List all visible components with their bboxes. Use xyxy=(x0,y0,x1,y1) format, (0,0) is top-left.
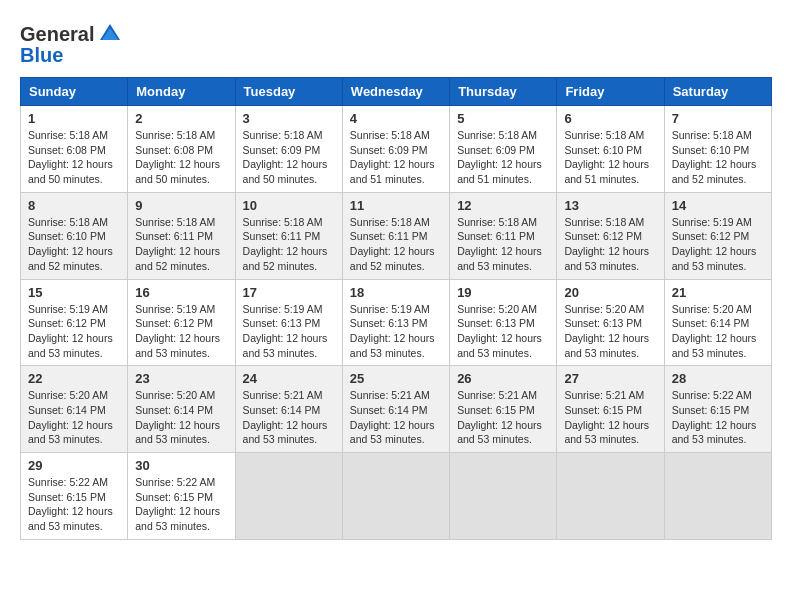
day-info: Sunrise: 5:19 AMSunset: 6:13 PMDaylight:… xyxy=(243,303,328,359)
day-number: 2 xyxy=(135,111,227,126)
table-row: 5 Sunrise: 5:18 AMSunset: 6:09 PMDayligh… xyxy=(450,106,557,193)
day-info: Sunrise: 5:18 AMSunset: 6:09 PMDaylight:… xyxy=(350,129,435,185)
calendar-week-row: 8 Sunrise: 5:18 AMSunset: 6:10 PMDayligh… xyxy=(21,192,772,279)
table-row: 3 Sunrise: 5:18 AMSunset: 6:09 PMDayligh… xyxy=(235,106,342,193)
day-info: Sunrise: 5:18 AMSunset: 6:09 PMDaylight:… xyxy=(457,129,542,185)
table-row: 18 Sunrise: 5:19 AMSunset: 6:13 PMDaylig… xyxy=(342,279,449,366)
header-monday: Monday xyxy=(128,78,235,106)
calendar-week-row: 29 Sunrise: 5:22 AMSunset: 6:15 PMDaylig… xyxy=(21,453,772,540)
day-number: 14 xyxy=(672,198,764,213)
day-number: 10 xyxy=(243,198,335,213)
day-info: Sunrise: 5:18 AMSunset: 6:09 PMDaylight:… xyxy=(243,129,328,185)
table-row: 2 Sunrise: 5:18 AMSunset: 6:08 PMDayligh… xyxy=(128,106,235,193)
day-info: Sunrise: 5:20 AMSunset: 6:14 PMDaylight:… xyxy=(672,303,757,359)
table-row xyxy=(450,453,557,540)
header-tuesday: Tuesday xyxy=(235,78,342,106)
table-row: 14 Sunrise: 5:19 AMSunset: 6:12 PMDaylig… xyxy=(664,192,771,279)
day-info: Sunrise: 5:18 AMSunset: 6:11 PMDaylight:… xyxy=(457,216,542,272)
day-info: Sunrise: 5:19 AMSunset: 6:12 PMDaylight:… xyxy=(135,303,220,359)
day-number: 18 xyxy=(350,285,442,300)
day-number: 16 xyxy=(135,285,227,300)
day-info: Sunrise: 5:21 AMSunset: 6:14 PMDaylight:… xyxy=(350,389,435,445)
day-info: Sunrise: 5:22 AMSunset: 6:15 PMDaylight:… xyxy=(135,476,220,532)
day-info: Sunrise: 5:19 AMSunset: 6:12 PMDaylight:… xyxy=(672,216,757,272)
day-number: 21 xyxy=(672,285,764,300)
day-number: 29 xyxy=(28,458,120,473)
day-info: Sunrise: 5:19 AMSunset: 6:12 PMDaylight:… xyxy=(28,303,113,359)
day-info: Sunrise: 5:21 AMSunset: 6:14 PMDaylight:… xyxy=(243,389,328,445)
table-row: 29 Sunrise: 5:22 AMSunset: 6:15 PMDaylig… xyxy=(21,453,128,540)
day-number: 12 xyxy=(457,198,549,213)
logo-blue: Blue xyxy=(20,44,63,67)
calendar-header-row: Sunday Monday Tuesday Wednesday Thursday… xyxy=(21,78,772,106)
header-saturday: Saturday xyxy=(664,78,771,106)
calendar-week-row: 22 Sunrise: 5:20 AMSunset: 6:14 PMDaylig… xyxy=(21,366,772,453)
table-row: 27 Sunrise: 5:21 AMSunset: 6:15 PMDaylig… xyxy=(557,366,664,453)
table-row: 21 Sunrise: 5:20 AMSunset: 6:14 PMDaylig… xyxy=(664,279,771,366)
table-row xyxy=(557,453,664,540)
day-info: Sunrise: 5:19 AMSunset: 6:13 PMDaylight:… xyxy=(350,303,435,359)
day-info: Sunrise: 5:18 AMSunset: 6:08 PMDaylight:… xyxy=(135,129,220,185)
day-number: 26 xyxy=(457,371,549,386)
day-info: Sunrise: 5:22 AMSunset: 6:15 PMDaylight:… xyxy=(28,476,113,532)
table-row: 19 Sunrise: 5:20 AMSunset: 6:13 PMDaylig… xyxy=(450,279,557,366)
header-wednesday: Wednesday xyxy=(342,78,449,106)
logo-icon xyxy=(96,20,124,48)
page-header: General Blue xyxy=(20,20,772,67)
day-number: 27 xyxy=(564,371,656,386)
table-row: 4 Sunrise: 5:18 AMSunset: 6:09 PMDayligh… xyxy=(342,106,449,193)
day-number: 8 xyxy=(28,198,120,213)
header-sunday: Sunday xyxy=(21,78,128,106)
day-info: Sunrise: 5:22 AMSunset: 6:15 PMDaylight:… xyxy=(672,389,757,445)
day-number: 15 xyxy=(28,285,120,300)
day-number: 7 xyxy=(672,111,764,126)
table-row: 17 Sunrise: 5:19 AMSunset: 6:13 PMDaylig… xyxy=(235,279,342,366)
day-info: Sunrise: 5:21 AMSunset: 6:15 PMDaylight:… xyxy=(564,389,649,445)
table-row xyxy=(664,453,771,540)
day-number: 11 xyxy=(350,198,442,213)
table-row: 8 Sunrise: 5:18 AMSunset: 6:10 PMDayligh… xyxy=(21,192,128,279)
day-info: Sunrise: 5:20 AMSunset: 6:14 PMDaylight:… xyxy=(28,389,113,445)
day-info: Sunrise: 5:18 AMSunset: 6:08 PMDaylight:… xyxy=(28,129,113,185)
calendar-week-row: 15 Sunrise: 5:19 AMSunset: 6:12 PMDaylig… xyxy=(21,279,772,366)
table-row: 24 Sunrise: 5:21 AMSunset: 6:14 PMDaylig… xyxy=(235,366,342,453)
day-info: Sunrise: 5:18 AMSunset: 6:12 PMDaylight:… xyxy=(564,216,649,272)
day-info: Sunrise: 5:21 AMSunset: 6:15 PMDaylight:… xyxy=(457,389,542,445)
day-number: 6 xyxy=(564,111,656,126)
calendar-week-row: 1 Sunrise: 5:18 AMSunset: 6:08 PMDayligh… xyxy=(21,106,772,193)
day-number: 20 xyxy=(564,285,656,300)
day-number: 4 xyxy=(350,111,442,126)
table-row: 20 Sunrise: 5:20 AMSunset: 6:13 PMDaylig… xyxy=(557,279,664,366)
day-info: Sunrise: 5:18 AMSunset: 6:10 PMDaylight:… xyxy=(28,216,113,272)
day-number: 19 xyxy=(457,285,549,300)
day-number: 17 xyxy=(243,285,335,300)
day-info: Sunrise: 5:20 AMSunset: 6:13 PMDaylight:… xyxy=(457,303,542,359)
day-number: 30 xyxy=(135,458,227,473)
table-row: 26 Sunrise: 5:21 AMSunset: 6:15 PMDaylig… xyxy=(450,366,557,453)
table-row: 15 Sunrise: 5:19 AMSunset: 6:12 PMDaylig… xyxy=(21,279,128,366)
table-row: 28 Sunrise: 5:22 AMSunset: 6:15 PMDaylig… xyxy=(664,366,771,453)
day-number: 13 xyxy=(564,198,656,213)
day-info: Sunrise: 5:18 AMSunset: 6:11 PMDaylight:… xyxy=(350,216,435,272)
table-row: 10 Sunrise: 5:18 AMSunset: 6:11 PMDaylig… xyxy=(235,192,342,279)
table-row: 12 Sunrise: 5:18 AMSunset: 6:11 PMDaylig… xyxy=(450,192,557,279)
table-row: 6 Sunrise: 5:18 AMSunset: 6:10 PMDayligh… xyxy=(557,106,664,193)
day-info: Sunrise: 5:18 AMSunset: 6:11 PMDaylight:… xyxy=(243,216,328,272)
table-row xyxy=(342,453,449,540)
day-number: 3 xyxy=(243,111,335,126)
table-row: 23 Sunrise: 5:20 AMSunset: 6:14 PMDaylig… xyxy=(128,366,235,453)
day-number: 5 xyxy=(457,111,549,126)
logo: General Blue xyxy=(20,20,124,67)
table-row: 9 Sunrise: 5:18 AMSunset: 6:11 PMDayligh… xyxy=(128,192,235,279)
day-number: 24 xyxy=(243,371,335,386)
day-number: 22 xyxy=(28,371,120,386)
day-number: 25 xyxy=(350,371,442,386)
day-info: Sunrise: 5:20 AMSunset: 6:13 PMDaylight:… xyxy=(564,303,649,359)
table-row: 25 Sunrise: 5:21 AMSunset: 6:14 PMDaylig… xyxy=(342,366,449,453)
day-info: Sunrise: 5:20 AMSunset: 6:14 PMDaylight:… xyxy=(135,389,220,445)
header-friday: Friday xyxy=(557,78,664,106)
day-number: 28 xyxy=(672,371,764,386)
table-row xyxy=(235,453,342,540)
day-info: Sunrise: 5:18 AMSunset: 6:10 PMDaylight:… xyxy=(672,129,757,185)
table-row: 7 Sunrise: 5:18 AMSunset: 6:10 PMDayligh… xyxy=(664,106,771,193)
